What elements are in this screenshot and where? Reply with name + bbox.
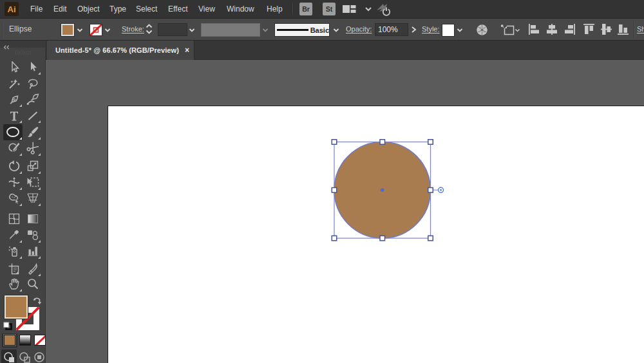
selection-handle[interactable] bbox=[428, 188, 433, 193]
stroke-color-swatch[interactable] bbox=[90, 24, 102, 36]
document-tab[interactable]: Untitled-5* @ 66.67% (RGB/Preview) × bbox=[47, 41, 194, 60]
blend-tool[interactable] bbox=[24, 227, 41, 243]
menu-select[interactable]: Select bbox=[136, 0, 157, 18]
scissors-tool[interactable] bbox=[24, 140, 41, 156]
stepper-up-icon[interactable] bbox=[146, 24, 153, 28]
align-middle-icon[interactable] bbox=[600, 23, 612, 35]
style-panel-link[interactable]: Style: bbox=[422, 25, 440, 33]
type-tool[interactable] bbox=[5, 107, 23, 124]
menu-window[interactable]: Window bbox=[227, 0, 254, 18]
selection-handle[interactable] bbox=[428, 140, 433, 145]
selection-handle[interactable] bbox=[332, 140, 337, 145]
selection-handle[interactable] bbox=[332, 236, 337, 241]
artboard-tool[interactable] bbox=[5, 261, 23, 277]
panel-grip[interactable] bbox=[15, 51, 30, 55]
shape-center-point[interactable] bbox=[381, 189, 384, 192]
shape-builder-tool[interactable] bbox=[5, 191, 23, 207]
selection-handle[interactable] bbox=[380, 140, 385, 145]
opacity-expand-icon[interactable] bbox=[410, 26, 418, 33]
swap-fill-stroke-icon[interactable] bbox=[33, 297, 42, 305]
gradient-tool[interactable] bbox=[24, 211, 41, 227]
selection-handle[interactable] bbox=[332, 188, 337, 193]
bridge-button[interactable]: Br bbox=[299, 3, 312, 15]
eyedropper-tool[interactable] bbox=[5, 227, 23, 243]
default-fill-stroke-icon[interactable] bbox=[3, 322, 12, 330]
draw-inside-icon[interactable] bbox=[33, 351, 45, 363]
perspective-grid-tool[interactable] bbox=[24, 191, 41, 207]
stroke-panel-link[interactable]: Stroke: bbox=[122, 25, 144, 33]
selection-tool[interactable] bbox=[5, 59, 23, 75]
opacity-field[interactable]: 100% bbox=[375, 23, 408, 36]
collapse-panel-icon[interactable] bbox=[3, 45, 10, 50]
curvature-tool-icon bbox=[26, 93, 39, 106]
scale-tool[interactable] bbox=[24, 158, 41, 174]
rotate-tool-icon bbox=[8, 160, 21, 172]
menubar-separator bbox=[291, 3, 292, 15]
width-tool[interactable] bbox=[5, 174, 23, 191]
shaper-tool[interactable] bbox=[5, 140, 23, 156]
opacity-value: 100% bbox=[378, 25, 398, 34]
pen-tool[interactable] bbox=[5, 91, 23, 107]
stock-button[interactable]: St bbox=[323, 3, 336, 15]
line-segment-tool[interactable] bbox=[24, 107, 41, 124]
slice-tool[interactable] bbox=[24, 261, 41, 277]
shape-label-cut[interactable]: Sh bbox=[637, 25, 644, 33]
panel-collapse-bar[interactable] bbox=[0, 41, 45, 48]
mesh-tool[interactable] bbox=[5, 211, 23, 227]
align-center-icon[interactable] bbox=[546, 23, 558, 35]
stepper-down-icon[interactable] bbox=[146, 30, 153, 34]
align-left-icon[interactable] bbox=[528, 23, 540, 35]
document-canvas[interactable] bbox=[46, 60, 644, 363]
tab-close-icon[interactable]: × bbox=[185, 46, 189, 55]
stroke-weight-stepper[interactable] bbox=[146, 24, 153, 34]
column-graph-tool[interactable] bbox=[24, 243, 41, 259]
zoom-tool[interactable] bbox=[24, 276, 41, 292]
flyout-indicator bbox=[38, 203, 41, 206]
flyout-indicator bbox=[38, 256, 41, 259]
menu-type[interactable]: Type bbox=[109, 0, 126, 18]
ellipse-tool[interactable] bbox=[3, 124, 23, 140]
align-right-icon[interactable] bbox=[564, 23, 576, 35]
stroke-weight-chevron-icon[interactable] bbox=[188, 28, 196, 33]
stroke-chevron-icon[interactable] bbox=[104, 28, 111, 33]
fill-proxy[interactable] bbox=[5, 295, 28, 319]
scale-tool-icon bbox=[26, 160, 39, 172]
free-transform-tool[interactable] bbox=[24, 174, 41, 191]
align-top-icon[interactable] bbox=[583, 23, 594, 35]
fill-color-swatch[interactable] bbox=[61, 24, 74, 36]
workspace-switcher[interactable] bbox=[342, 4, 372, 14]
gradient-tool-icon bbox=[26, 212, 39, 225]
style-swatch[interactable] bbox=[442, 24, 455, 37]
curvature-tool[interactable] bbox=[24, 91, 41, 107]
menu-edit[interactable]: Edit bbox=[53, 0, 67, 18]
gradient-button[interactable] bbox=[19, 335, 31, 346]
selection-handle[interactable] bbox=[428, 236, 433, 241]
menu-help[interactable]: Help bbox=[267, 0, 283, 18]
direct-selection-tool[interactable] bbox=[24, 59, 41, 75]
hand-tool[interactable] bbox=[5, 276, 23, 292]
align-bottom-icon[interactable] bbox=[617, 23, 629, 35]
opacity-panel-link[interactable]: Opacity: bbox=[346, 25, 372, 33]
isolate-object-icon[interactable] bbox=[500, 23, 520, 36]
style-chevron-icon[interactable] bbox=[456, 28, 464, 33]
gpu-performance-icon[interactable] bbox=[376, 3, 393, 17]
rotate-tool[interactable] bbox=[5, 158, 23, 174]
brush-definition-dropdown[interactable]: Basic bbox=[274, 23, 330, 37]
recolor-artwork-icon[interactable] bbox=[476, 24, 488, 36]
draw-behind-icon[interactable] bbox=[19, 351, 30, 363]
color-button[interactable] bbox=[4, 335, 15, 346]
menu-file[interactable]: File bbox=[30, 0, 43, 18]
none-button[interactable] bbox=[34, 335, 46, 346]
magic-wand-tool[interactable] bbox=[5, 75, 23, 91]
menu-effect[interactable]: Effect bbox=[168, 0, 187, 18]
menu-view[interactable]: View bbox=[198, 0, 215, 18]
brush-chevron-icon[interactable] bbox=[332, 28, 340, 33]
stroke-weight-field[interactable] bbox=[158, 23, 187, 36]
draw-normal-icon[interactable] bbox=[3, 351, 15, 363]
lasso-tool[interactable] bbox=[24, 75, 41, 91]
menu-object[interactable]: Object bbox=[77, 0, 100, 18]
selection-handle[interactable] bbox=[380, 236, 385, 241]
symbol-sprayer-tool[interactable] bbox=[5, 243, 23, 259]
fill-chevron-icon[interactable] bbox=[76, 28, 84, 33]
paintbrush-tool[interactable] bbox=[24, 124, 41, 140]
